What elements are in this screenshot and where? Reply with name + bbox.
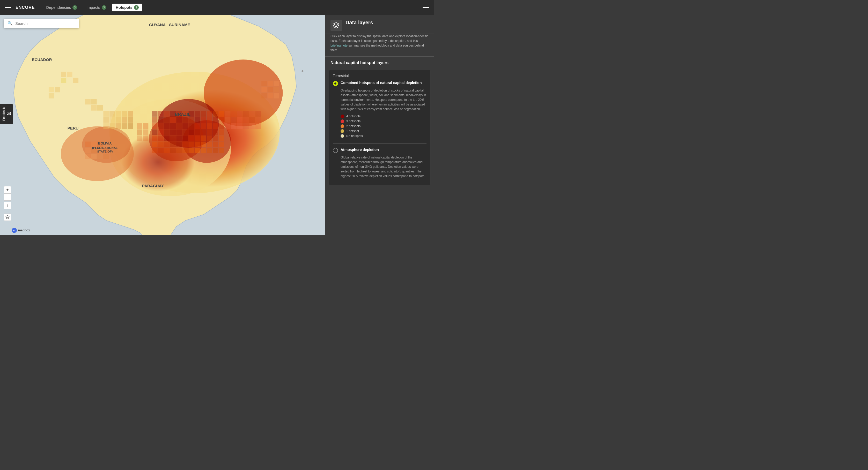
svg-rect-161 xyxy=(274,87,279,92)
svg-rect-37 xyxy=(176,123,182,129)
svg-rect-106 xyxy=(243,111,249,116)
atmosphere-depletion-title: Atmosphere depletion xyxy=(341,147,379,153)
legend-4-hotspots: 4 hotspots xyxy=(341,114,427,118)
svg-rect-56 xyxy=(219,130,224,135)
svg-rect-50 xyxy=(182,130,188,135)
svg-rect-99 xyxy=(225,111,230,116)
legend-items: 4 hotspots 3 hotspots 2 hotspots 1 hotsp… xyxy=(341,114,427,138)
legend-2-label: 2 hotspots xyxy=(346,124,361,128)
section-title: Natural capital hotspot layers xyxy=(325,57,434,68)
svg-rect-104 xyxy=(231,123,237,129)
search-input[interactable] xyxy=(15,21,75,26)
svg-rect-34 xyxy=(158,123,163,129)
svg-rect-160 xyxy=(274,81,279,86)
legend-no-dot xyxy=(341,134,344,138)
header-right xyxy=(423,6,429,9)
svg-rect-60 xyxy=(170,135,176,141)
svg-rect-43 xyxy=(213,123,218,129)
layer-divider: Atmosphere depletion Global relative rat… xyxy=(333,143,427,178)
svg-rect-49 xyxy=(176,130,182,135)
svg-rect-70 xyxy=(158,142,163,147)
country-label-paraguay: PARAGUAY xyxy=(142,183,164,188)
nav-dependencies-label: Dependencies xyxy=(46,5,71,9)
svg-rect-38 xyxy=(182,123,188,129)
svg-rect-69 xyxy=(152,142,157,147)
nav-bar: Dependencies ? Impacts ? Hotspots ? xyxy=(42,4,423,11)
svg-rect-117 xyxy=(61,72,66,77)
svg-rect-111 xyxy=(237,123,243,129)
svg-rect-105 xyxy=(237,111,243,116)
svg-rect-103 xyxy=(225,123,230,129)
zoom-in-button[interactable]: + xyxy=(4,186,11,193)
svg-rect-120 xyxy=(73,78,79,83)
svg-rect-89 xyxy=(200,147,206,153)
svg-rect-159 xyxy=(268,93,273,99)
svg-rect-142 xyxy=(128,123,133,129)
reset-north-button[interactable]: ↑ xyxy=(4,202,11,209)
svg-rect-87 xyxy=(188,147,194,153)
svg-rect-84 xyxy=(170,147,176,153)
layer-item-combined[interactable]: Combined hotspots of natural capital dep… xyxy=(333,80,427,141)
country-label-bolivia: BOLIVIA xyxy=(98,141,112,145)
map-controls: + − ↑ xyxy=(4,186,11,209)
svg-rect-59 xyxy=(164,135,169,141)
svg-rect-73 xyxy=(176,142,182,147)
panel-desc-text: Click each layer to display the spatial … xyxy=(331,34,428,43)
svg-rect-62 xyxy=(182,135,188,141)
briefing-note-link[interactable]: briefing note xyxy=(331,44,347,47)
svg-rect-151 xyxy=(91,154,96,159)
svg-rect-158 xyxy=(261,93,267,99)
map-area[interactable]: 🔍 xyxy=(0,15,325,235)
svg-rect-146 xyxy=(85,147,91,153)
svg-rect-28 xyxy=(195,118,200,123)
nav-impacts[interactable]: Impacts ? xyxy=(83,4,110,11)
menu-button[interactable] xyxy=(5,6,11,9)
map-layers-button[interactable] xyxy=(4,213,11,221)
zoom-out-button[interactable]: − xyxy=(4,193,11,201)
svg-rect-42 xyxy=(207,123,212,129)
svg-rect-122 xyxy=(55,87,60,92)
svg-rect-141 xyxy=(122,123,127,129)
svg-rect-10 xyxy=(158,111,163,116)
mapbox-icon: m xyxy=(12,228,17,233)
svg-rect-25 xyxy=(176,118,182,123)
hamburger-menu-button[interactable] xyxy=(423,6,429,9)
impacts-help-icon[interactable]: ? xyxy=(102,5,106,10)
svg-rect-27 xyxy=(188,118,194,123)
logo: ENCORE xyxy=(16,5,35,10)
panel-title: Data layers xyxy=(345,20,373,26)
svg-rect-22 xyxy=(158,118,163,123)
combined-hotspots-desc: Overlapping hotspots of depletion of sto… xyxy=(341,88,427,111)
svg-rect-135 xyxy=(116,118,121,123)
svg-rect-155 xyxy=(268,81,273,86)
svg-rect-53 xyxy=(200,130,206,135)
svg-rect-24 xyxy=(170,118,176,123)
zoom-in-label: + xyxy=(6,188,8,192)
svg-rect-143 xyxy=(85,142,91,147)
legend-1-label: 1 hotspot xyxy=(346,129,359,133)
feedback-button[interactable]: Feedback xyxy=(0,104,13,124)
svg-rect-36 xyxy=(170,123,176,129)
panel-description: Click each layer to display the spatial … xyxy=(325,34,434,57)
dependencies-help-icon[interactable]: ? xyxy=(72,5,77,10)
nav-dependencies[interactable]: Dependencies ? xyxy=(42,4,81,11)
svg-rect-131 xyxy=(122,111,127,116)
combined-hotspots-radio[interactable] xyxy=(333,81,338,86)
svg-rect-109 xyxy=(243,118,249,123)
svg-rect-20 xyxy=(219,111,224,116)
atmosphere-depletion-radio[interactable] xyxy=(333,148,338,153)
svg-rect-126 xyxy=(91,105,96,111)
layer-item-atmosphere-header: Atmosphere depletion xyxy=(333,147,427,153)
reset-north-label: ↑ xyxy=(6,203,8,208)
layers-icon xyxy=(5,215,9,219)
svg-rect-152 xyxy=(97,154,103,159)
svg-rect-33 xyxy=(152,123,157,129)
svg-rect-123 xyxy=(49,93,54,99)
svg-rect-29 xyxy=(200,118,206,123)
hotspots-help-icon[interactable]: ? xyxy=(134,5,139,10)
nav-hotspots[interactable]: Hotspots ? xyxy=(112,4,142,11)
legend-4-dot xyxy=(341,114,344,118)
svg-rect-79 xyxy=(213,142,218,147)
svg-rect-130 xyxy=(116,111,121,116)
svg-rect-139 xyxy=(110,123,115,129)
